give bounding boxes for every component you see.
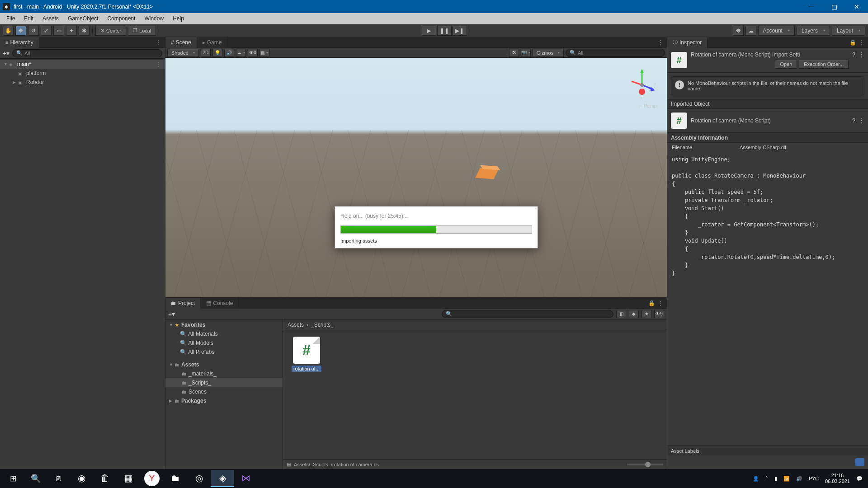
task-view-button[interactable]: ⎚ xyxy=(47,469,70,488)
scene-viewport[interactable]: z x y ≡ Persp xyxy=(165,58,667,297)
scene-tab[interactable]: #Scene xyxy=(165,37,197,48)
audio-toggle[interactable]: 🔊 xyxy=(224,49,234,57)
pause-button[interactable]: ❚❚ xyxy=(437,26,452,36)
cloud-icon[interactable]: ☁ xyxy=(745,26,756,36)
orientation-gizmo[interactable]: z x y xyxy=(626,67,658,103)
menu-edit[interactable]: Edit xyxy=(19,14,38,23)
minimize-button[interactable]: ─ xyxy=(800,0,823,13)
hidden-objects[interactable]: 👁0 xyxy=(248,49,258,57)
hierarchy-tab[interactable]: ≡Hierarchy xyxy=(0,37,39,48)
tray-expand-icon[interactable]: ˄ xyxy=(765,476,768,482)
project-tab[interactable]: 🖿Project xyxy=(165,298,201,309)
menu-help[interactable]: Help xyxy=(168,14,189,23)
rect-tool-button[interactable]: ▭ xyxy=(53,26,64,36)
taskbar-app-explorer[interactable]: 🖿 xyxy=(164,470,187,487)
tray-notifications-icon[interactable]: 💬 xyxy=(856,476,863,482)
menu-file[interactable]: File xyxy=(2,14,19,23)
maximize-button[interactable]: ▢ xyxy=(823,0,845,13)
lighting-toggle[interactable]: 💡 xyxy=(212,49,222,57)
tray-battery-icon[interactable]: ▮ xyxy=(774,476,777,482)
folder-scenes[interactable]: 🖿Scenes xyxy=(165,387,283,396)
tray-wifi-icon[interactable]: 📶 xyxy=(783,476,790,482)
assets-folder[interactable]: ▼🖿Assets xyxy=(165,360,283,369)
menu-assets[interactable]: Assets xyxy=(38,14,63,23)
hierarchy-search[interactable]: 🔍All xyxy=(12,49,162,57)
favorites-header[interactable]: ▼★Favorites xyxy=(165,320,283,329)
shading-mode-dropdown[interactable]: Shaded xyxy=(167,49,199,57)
scene-row[interactable]: ▼ ◈ main* ⋮ xyxy=(0,60,165,69)
game-tab[interactable]: ▸Game xyxy=(197,37,228,48)
pivot-mode-toggle[interactable]: ⊙Center xyxy=(95,26,126,36)
step-button[interactable]: ▶❚ xyxy=(453,26,467,36)
favorite-all-prefabs[interactable]: 🔍 All Prefabs xyxy=(165,347,283,357)
scale-tool-button[interactable]: ⤢ xyxy=(41,26,52,36)
play-button[interactable]: ▶ xyxy=(422,26,436,36)
asset-label-icon[interactable] xyxy=(855,458,864,466)
layers-dropdown[interactable]: Layers xyxy=(797,26,830,36)
handle-space-toggle[interactable]: ❐Local xyxy=(128,26,156,36)
close-button[interactable]: ✕ xyxy=(845,0,868,13)
thumbnail-size-slider[interactable] xyxy=(627,464,663,465)
fx-toggle[interactable]: ☁ xyxy=(236,49,246,57)
rotate-tool-button[interactable]: ↺ xyxy=(28,26,39,36)
scene-panel-menu[interactable]: ⋮ xyxy=(654,39,667,46)
execution-order-button[interactable]: Execution Order... xyxy=(799,60,849,69)
save-search[interactable]: ★ xyxy=(642,310,651,318)
grid-toggle[interactable]: ▦ xyxy=(259,49,269,57)
scene-menu-icon[interactable]: ⋮ xyxy=(156,61,165,67)
hierarchy-panel-menu[interactable]: ⋮ xyxy=(152,39,165,46)
hierarchy-item-platform[interactable]: ▣ platform xyxy=(0,69,165,78)
custom-tool-button[interactable]: ✱ xyxy=(79,26,90,36)
breadcrumb-scripts[interactable]: _Scripts_ xyxy=(311,322,334,328)
project-search[interactable]: 🔍 xyxy=(442,310,613,318)
expand-arrow-icon[interactable]: ▶ xyxy=(13,80,18,84)
inspector-tab[interactable]: ⓘInspector xyxy=(667,37,708,48)
collab-icon[interactable]: ❋ xyxy=(733,26,744,36)
hierarchy-item-rotator[interactable]: ▶ ▣ Rotator xyxy=(0,78,165,87)
menu-component[interactable]: Component xyxy=(103,14,140,23)
menu-icon[interactable]: ⋮ xyxy=(859,117,864,124)
layout-dropdown[interactable]: Layout xyxy=(832,26,865,36)
packages-folder[interactable]: ▶🖿Packages xyxy=(165,396,283,405)
asset-rotation-script[interactable]: # rotation of... xyxy=(289,337,324,372)
camera-dropdown[interactable]: 📷 xyxy=(521,49,531,57)
tray-volume-icon[interactable]: 🔊 xyxy=(796,476,802,482)
open-script-button[interactable]: Open xyxy=(775,60,797,69)
favorite-all-models[interactable]: 🔍 All Models xyxy=(165,338,283,347)
projection-label[interactable]: ≡ Persp xyxy=(640,103,657,108)
taskbar-app-1[interactable]: ◉ xyxy=(70,470,93,487)
taskbar-app-2[interactable]: 🗑 xyxy=(93,470,117,487)
search-button[interactable]: 🔍 xyxy=(24,469,47,488)
help-icon[interactable]: ? xyxy=(852,117,855,124)
create-asset-dropdown[interactable]: +▾ xyxy=(168,310,175,318)
breadcrumb-assets[interactable]: Assets xyxy=(288,322,304,328)
hidden-packages[interactable]: 👁9 xyxy=(654,310,664,318)
tray-language[interactable]: РУС xyxy=(809,476,819,481)
create-dropdown[interactable]: +▾ xyxy=(3,50,9,57)
taskbar-app-edge[interactable]: ◎ xyxy=(187,470,211,487)
scene-search[interactable]: 🔍All xyxy=(566,49,665,57)
move-tool-button[interactable]: ✥ xyxy=(15,26,26,36)
filter-by-type[interactable]: ◧ xyxy=(616,310,626,318)
gizmos-dropdown[interactable]: Gizmos xyxy=(533,49,564,57)
favorite-all-materials[interactable]: 🔍 All Materials xyxy=(165,329,283,338)
folder-materials[interactable]: 🖿_materials_ xyxy=(165,369,283,378)
menu-icon[interactable]: ⋮ xyxy=(859,52,864,58)
hand-tool-button[interactable]: ✋ xyxy=(3,26,14,36)
account-dropdown[interactable]: Account xyxy=(758,26,795,36)
taskbar-app-browser[interactable]: Y xyxy=(144,471,160,486)
filter-by-label[interactable]: ◆ xyxy=(629,310,639,318)
taskbar-app-unity[interactable]: ◈ xyxy=(211,470,234,487)
tray-clock[interactable]: 21:16 06.03.2021 xyxy=(825,473,850,484)
taskbar-app-3[interactable]: ▦ xyxy=(117,470,140,487)
inspector-panel-menu[interactable]: 🔒 ⋮ xyxy=(846,39,868,46)
expand-arrow-icon[interactable]: ▼ xyxy=(4,62,9,66)
folder-scripts[interactable]: 🖿_Scripts_ xyxy=(165,378,283,387)
transform-tool-button[interactable]: ✦ xyxy=(66,26,77,36)
project-panel-menu[interactable]: 🔒 ⋮ xyxy=(645,300,667,306)
help-icon[interactable]: ? xyxy=(852,52,855,58)
console-tab[interactable]: ▤Console xyxy=(201,298,239,309)
lock-icon[interactable]: 🔒 xyxy=(648,300,655,306)
lock-icon[interactable]: 🔒 xyxy=(849,39,856,46)
tray-people-icon[interactable]: 👤 xyxy=(753,476,759,482)
